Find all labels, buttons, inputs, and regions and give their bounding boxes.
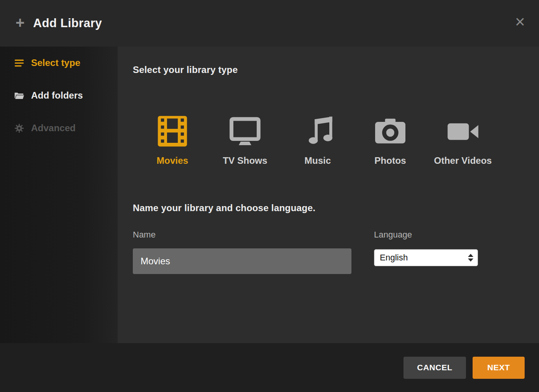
- sidebar-item-select-type[interactable]: Select type: [0, 47, 118, 79]
- library-type-photos[interactable]: Photos: [361, 114, 419, 167]
- library-type-tv-shows[interactable]: TV Shows: [216, 114, 274, 167]
- plus-icon: +: [16, 15, 24, 30]
- sidebar-item-advanced: Advanced: [0, 112, 118, 144]
- list-lines-icon: [14, 58, 24, 68]
- library-type-section-title: Select your library type: [133, 64, 523, 75]
- library-type-label: Movies: [156, 155, 188, 167]
- next-button[interactable]: NEXT: [473, 357, 525, 379]
- library-type-other-videos[interactable]: Other Videos: [434, 114, 492, 167]
- library-type-label: TV Shows: [223, 155, 268, 167]
- sidebar-item-add-folders[interactable]: Add folders: [0, 79, 118, 112]
- language-select[interactable]: English: [374, 249, 478, 266]
- up-down-arrows-icon: [468, 254, 473, 262]
- dialog-title: Add Library: [33, 16, 515, 30]
- library-type-label: Photos: [374, 155, 406, 167]
- name-field-label: Name: [133, 229, 351, 240]
- close-icon[interactable]: ×: [515, 13, 525, 30]
- step-content: Select your library type: [118, 47, 539, 343]
- cancel-button[interactable]: CANCEL: [403, 357, 466, 379]
- library-type-music[interactable]: Music: [289, 114, 347, 167]
- name-section-title: Name your library and choose language.: [133, 203, 523, 213]
- library-type-label: Music: [304, 155, 331, 167]
- sidebar-item-label: Add folders: [31, 90, 83, 101]
- camera-icon: [373, 114, 408, 149]
- fields-row: Name Language English: [133, 229, 523, 274]
- tv-icon: [228, 114, 263, 149]
- library-type-label: Other Videos: [434, 155, 492, 167]
- folder-icon: [14, 90, 24, 101]
- sidebar-item-label: Advanced: [31, 123, 76, 134]
- dialog-body: Select type Add folders: [0, 47, 539, 343]
- library-name-input[interactable]: [133, 248, 351, 274]
- name-field-group: Name: [133, 229, 351, 274]
- language-field-group: Language English: [374, 229, 478, 266]
- language-field-label: Language: [374, 229, 478, 240]
- film-strip-icon: [155, 114, 190, 149]
- video-camera-icon: [445, 114, 480, 149]
- gear-icon: [14, 123, 24, 134]
- dialog-footer: CANCEL NEXT: [0, 343, 539, 392]
- dialog-header: + Add Library ×: [0, 0, 539, 47]
- sidebar-item-label: Select type: [31, 57, 80, 68]
- library-type-row: Movies TV Shows: [143, 114, 523, 167]
- language-select-value: English: [380, 253, 408, 263]
- music-note-icon: [300, 114, 335, 149]
- library-type-movies[interactable]: Movies: [143, 114, 202, 167]
- wizard-steps-sidebar: Select type Add folders: [0, 47, 118, 343]
